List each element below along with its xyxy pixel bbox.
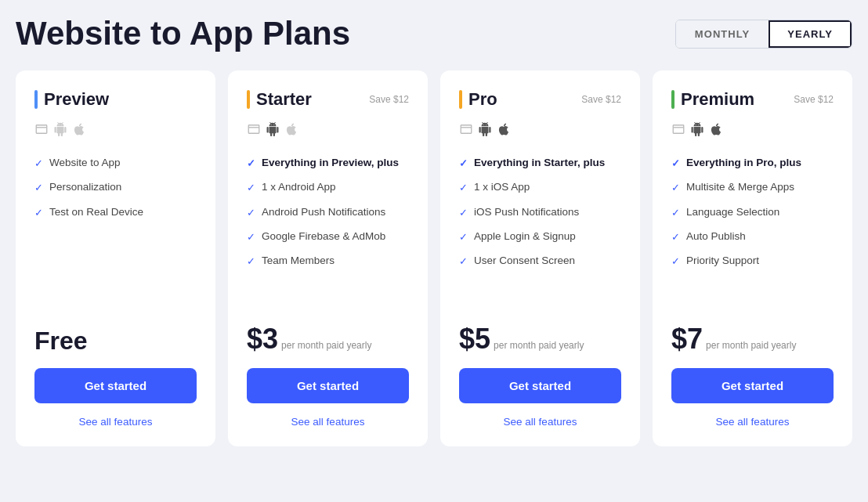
- feature-text: Personalization: [49, 180, 121, 195]
- plan-price-starter: $3per month paid yearly: [247, 323, 409, 356]
- price-amount: $5: [459, 323, 490, 355]
- feature-item: ✓1 x iOS App: [459, 180, 621, 195]
- price-amount: $7: [671, 323, 703, 355]
- plan-card-preview: Preview✓Website to App✓Personalization✓T…: [16, 70, 215, 446]
- get-started-button-preview[interactable]: Get started: [34, 368, 197, 403]
- price-period: per month paid yearly: [281, 340, 371, 351]
- feature-text: Website to App: [49, 156, 121, 171]
- price-free: Free: [34, 327, 88, 355]
- check-icon: ✓: [459, 157, 468, 171]
- features-list-premium: ✓Everything in Pro, plus✓Multisite & Mer…: [671, 156, 834, 307]
- check-icon: ✓: [459, 255, 468, 269]
- feature-text: User Consent Screen: [474, 254, 575, 269]
- apple-icon: [497, 122, 511, 140]
- svg-rect-4: [461, 125, 472, 134]
- plan-accent-preview: [34, 90, 38, 109]
- plan-name-row-preview: Preview: [34, 89, 109, 110]
- plan-price-pro: $5per month paid yearly: [459, 323, 621, 356]
- features-list-pro: ✓Everything in Starter, plus✓1 x iOS App…: [459, 156, 621, 307]
- check-icon: ✓: [34, 206, 43, 220]
- feature-item: ✓User Consent Screen: [459, 254, 621, 269]
- plan-header-premium: PremiumSave $12: [671, 89, 834, 110]
- see-all-features-preview[interactable]: See all features: [34, 416, 197, 428]
- plan-name-starter: Starter: [256, 89, 312, 110]
- web-icon: [247, 122, 261, 140]
- apple-gray-icon: [284, 122, 298, 140]
- plan-header-preview: Preview: [34, 89, 197, 110]
- feature-item: ✓Everything in Starter, plus: [459, 156, 621, 171]
- see-all-features-pro[interactable]: See all features: [459, 416, 621, 428]
- feature-item: ✓Language Selection: [671, 205, 834, 220]
- check-icon: ✓: [34, 181, 43, 195]
- feature-item: ✓Team Members: [247, 254, 409, 269]
- android-icon: [478, 122, 492, 140]
- plan-icons-pro: [459, 122, 621, 140]
- check-icon: ✓: [247, 255, 255, 269]
- feature-item: ✓Personalization: [34, 180, 197, 195]
- svg-rect-2: [248, 125, 259, 134]
- monthly-toggle[interactable]: MONTHLY: [676, 20, 769, 48]
- check-icon: ✓: [247, 230, 255, 244]
- check-icon: ✓: [459, 206, 468, 220]
- get-started-button-starter[interactable]: Get started: [247, 368, 409, 403]
- check-icon: ✓: [671, 181, 680, 195]
- web-icon: [34, 122, 49, 140]
- feature-item: ✓Everything in Pro, plus: [671, 156, 834, 171]
- plan-save-starter: Save $12: [369, 94, 409, 105]
- web-icon: [671, 122, 685, 140]
- feature-item: ✓Google Firebase & AdMob: [247, 229, 409, 244]
- yearly-toggle[interactable]: YEARLY: [769, 20, 852, 48]
- feature-item: ✓Android Push Notifications: [247, 205, 409, 220]
- check-icon: ✓: [671, 255, 680, 269]
- android-icon: [266, 122, 280, 140]
- feature-item: ✓Auto Publish: [671, 229, 834, 244]
- feature-text: Team Members: [262, 254, 335, 269]
- check-icon: ✓: [671, 157, 680, 171]
- see-all-features-premium[interactable]: See all features: [671, 416, 834, 428]
- feature-item: ✓Website to App: [34, 156, 197, 171]
- plan-name-row-starter: Starter: [247, 89, 312, 110]
- feature-text: Everything in Preview, plus: [262, 156, 399, 171]
- features-list-preview: ✓Website to App✓Personalization✓Test on …: [34, 156, 197, 311]
- check-icon: ✓: [247, 181, 255, 195]
- feature-text: Priority Support: [686, 254, 759, 269]
- plan-accent-pro: [459, 90, 462, 109]
- get-started-button-pro[interactable]: Get started: [459, 368, 621, 403]
- feature-text: iOS Push Notifications: [474, 205, 579, 220]
- plan-save-pro: Save $12: [581, 94, 621, 105]
- feature-text: Test on Real Device: [49, 205, 143, 220]
- price-amount: $3: [247, 323, 278, 355]
- billing-toggle: MONTHLY YEARLY: [675, 20, 852, 49]
- check-icon: ✓: [34, 157, 43, 171]
- plan-header-starter: StarterSave $12: [247, 89, 409, 110]
- feature-text: Apple Login & Signup: [474, 229, 576, 244]
- plan-name-preview: Preview: [44, 89, 109, 110]
- get-started-button-premium[interactable]: Get started: [671, 368, 834, 403]
- price-period: per month paid yearly: [494, 340, 584, 351]
- feature-item: ✓1 x Android App: [247, 180, 409, 195]
- feature-text: Everything in Pro, plus: [686, 156, 801, 171]
- feature-text: Google Firebase & AdMob: [262, 229, 385, 244]
- feature-item: ✓Apple Login & Signup: [459, 229, 621, 244]
- features-list-starter: ✓Everything in Preview, plus✓1 x Android…: [247, 156, 409, 307]
- check-icon: ✓: [671, 230, 680, 244]
- feature-item: ✓Multisite & Merge Apps: [671, 180, 834, 195]
- plan-name-row-pro: Pro: [459, 89, 497, 110]
- android-icon: [690, 122, 704, 140]
- plan-icons-starter: [247, 122, 409, 140]
- see-all-features-starter[interactable]: See all features: [247, 416, 409, 428]
- plan-header-pro: ProSave $12: [459, 89, 621, 110]
- feature-text: Language Selection: [686, 205, 779, 220]
- plan-card-starter: StarterSave $12✓Everything in Preview, p…: [228, 70, 428, 446]
- apple-icon: [709, 122, 723, 140]
- feature-text: Multisite & Merge Apps: [686, 180, 794, 195]
- feature-text: Everything in Starter, plus: [474, 156, 605, 171]
- page-header: Website to App Plans MONTHLY YEARLY: [16, 16, 852, 52]
- plan-save-premium: Save $12: [794, 94, 834, 105]
- feature-text: 1 x iOS App: [474, 180, 530, 195]
- check-icon: ✓: [247, 206, 255, 220]
- plan-name-premium: Premium: [681, 89, 754, 110]
- feature-item: ✓Priority Support: [671, 254, 834, 269]
- feature-item: ✓Everything in Preview, plus: [247, 156, 409, 171]
- plan-icons-preview: [34, 122, 197, 140]
